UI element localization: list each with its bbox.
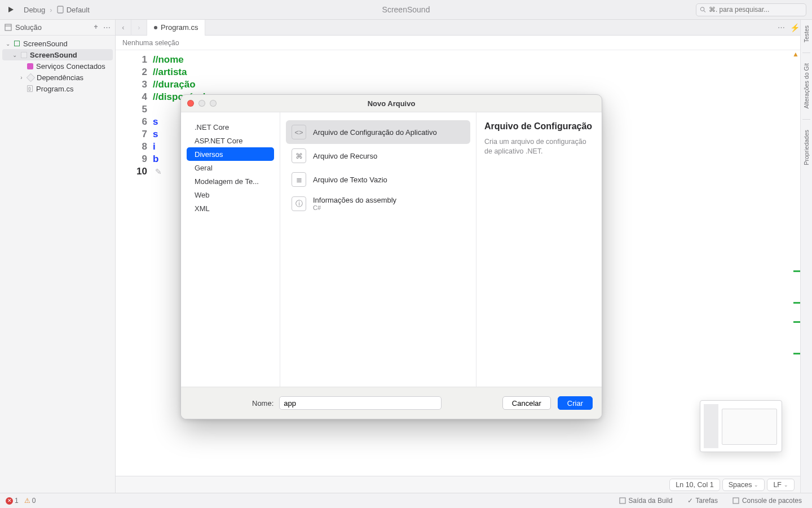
template-item-icon: ⓘ (292, 196, 306, 211)
panel-icon (5, 24, 12, 31)
template-item-sublabel: C# (313, 204, 396, 211)
tree-item-label: Dependências (37, 73, 83, 82)
solution-explorer: Solução ⋯ ⌄ ScreenSound ⌄ ScreenSound Se… (0, 20, 116, 493)
template-category-item[interactable]: ASP.NET Core (187, 134, 274, 147)
tree-item-label: Serviços Conectados (36, 62, 105, 71)
window-minimize-button[interactable] (198, 100, 205, 107)
eol-selector[interactable]: LF⌄ (767, 479, 795, 491)
template-detail: Arquivo de Configuração Cria um arquivo … (476, 112, 602, 387)
app-footer: ✕ 1 ⚠ 0 Saída da Build ✓ Tarefas Console… (0, 493, 812, 508)
svg-rect-0 (58, 6, 63, 13)
chevron-down-icon: ⌄ (784, 482, 788, 488)
template-category-list: .NET CoreASP.NET CoreDiversosGeralModela… (181, 112, 280, 387)
panel-package-console[interactable]: Console de pacotes (728, 497, 806, 505)
dialog-titlebar: Novo Arquivo (181, 95, 602, 112)
change-marker-icon (793, 321, 800, 323)
tree-solution-node[interactable]: ⌄ ScreenSound (0, 38, 115, 49)
panel-build-output[interactable]: Saída da Build (615, 497, 677, 505)
nav-forward-button[interactable]: › (131, 20, 147, 36)
dialog-title: Novo Arquivo (181, 99, 602, 108)
solution-icon (14, 41, 20, 46)
editor-statusbar: Ln 10, Col 1 Spaces⌄ LF⌄ (116, 476, 800, 493)
tree-item-program-cs[interactable]: Program.cs (0, 83, 115, 94)
tree-item-label: Program.cs (36, 85, 73, 93)
template-category-item[interactable]: Web (187, 188, 274, 202)
svg-point-1 (700, 7, 704, 11)
quick-actions-icon[interactable]: ⚡ (789, 23, 800, 32)
template-item[interactable]: <>Arquivo de Configuração do Aplicativo (286, 120, 470, 144)
new-file-dialog: Novo Arquivo .NET CoreASP.NET CoreDivers… (180, 94, 602, 419)
error-count[interactable]: ✕ 1 (6, 497, 19, 505)
tab-label: Program.cs (161, 23, 198, 32)
structure-minimap[interactable] (700, 400, 782, 452)
template-category-item[interactable]: XML (187, 202, 274, 215)
window-close-button[interactable] (187, 100, 194, 107)
template-detail-heading: Arquivo de Configuração (484, 121, 594, 132)
template-item[interactable]: ⓘInformações do assemblyC# (286, 191, 470, 216)
warning-icon: ⚠ (24, 497, 30, 505)
filename-label: Nome: (252, 399, 273, 408)
dialog-footer: Nome: Cancelar Criar (181, 387, 602, 419)
tab-program-cs[interactable]: Program.cs (147, 20, 205, 36)
template-item-icon: ≣ (292, 172, 306, 187)
template-item-label: Arquivo de Configuração do Aplicativo (313, 128, 437, 137)
svg-rect-6 (733, 498, 739, 503)
template-category-item[interactable]: Modelagem de Te... (187, 174, 274, 188)
tree-item-connected-services[interactable]: Serviços Conectados (0, 60, 115, 72)
warning-count[interactable]: ⚠ 0 (24, 497, 36, 505)
create-button[interactable]: Criar (558, 396, 593, 410)
tree-project-node[interactable]: ⌄ ScreenSound (2, 49, 113, 60)
line-gutter: 12345678910 (116, 50, 153, 476)
search-icon (700, 6, 706, 13)
right-rail: Testes Alterações do Git Propriedades (800, 20, 812, 493)
template-item[interactable]: ≣Arquivo de Texto Vazio (286, 168, 470, 191)
tree-solution-label: ScreenSound (23, 40, 68, 48)
caret-down-icon[interactable]: ⌄ (12, 52, 17, 58)
window-zoom-button[interactable] (210, 100, 217, 107)
run-config-label: Debug (24, 6, 45, 14)
nav-back-button[interactable]: ‹ (116, 20, 131, 36)
run-button[interactable] (6, 5, 16, 15)
template-item-label: Arquivo de Recurso (313, 152, 377, 160)
chevron-right-icon: › (50, 6, 52, 14)
dependencies-icon (26, 73, 35, 82)
rail-tab-tests[interactable]: Testes (803, 23, 810, 45)
template-category-item[interactable]: Diversos (187, 147, 274, 161)
template-item[interactable]: ⌘Arquivo de Recurso (286, 144, 470, 168)
rail-tab-properties[interactable]: Propriedades (803, 128, 810, 167)
sidebar-overflow-icon[interactable]: ⋯ (103, 23, 111, 32)
csharp-file-icon (27, 85, 33, 92)
cancel-button[interactable]: Cancelar (502, 396, 551, 410)
change-marker-icon (793, 270, 800, 272)
panel-tasks[interactable]: ✓ Tarefas (683, 497, 722, 505)
run-config-selector[interactable]: Debug › Default (24, 6, 90, 14)
tab-overflow-button[interactable]: ⋯ (773, 23, 789, 32)
connected-services-icon (27, 63, 33, 69)
template-category-item[interactable]: Geral (187, 161, 274, 174)
warning-marker-icon[interactable]: ▲ (792, 50, 799, 58)
tree-item-dependencies[interactable]: › Dependências (0, 72, 115, 83)
solution-tree: ⌄ ScreenSound ⌄ ScreenSound Serviços Con… (0, 36, 115, 97)
svg-line-2 (704, 11, 705, 12)
global-search-input[interactable] (709, 6, 802, 14)
chevron-down-icon: ⌄ (754, 482, 758, 488)
run-target-label: Default (67, 6, 90, 14)
caret-down-icon[interactable]: ⌄ (5, 41, 11, 47)
template-item-icon: ⌘ (292, 148, 306, 163)
template-category-item[interactable]: .NET Core (187, 120, 274, 134)
app-toolbar: Debug › Default ScreenSound (0, 0, 812, 20)
template-item-label: Arquivo de Texto Vazio (313, 176, 387, 184)
global-search[interactable] (696, 3, 806, 16)
template-list: <>Arquivo de Configuração do Aplicativo⌘… (280, 112, 476, 387)
template-item-icon: <> (292, 125, 306, 139)
run-target[interactable]: Default (57, 6, 90, 14)
rail-tab-git-changes[interactable]: Alterações do Git (803, 61, 810, 111)
pin-icon[interactable] (92, 24, 100, 32)
check-icon: ✓ (687, 497, 693, 505)
caret-right-icon[interactable]: › (19, 75, 24, 81)
cursor-position[interactable]: Ln 10, Col 1 (669, 479, 720, 491)
indent-selector[interactable]: Spaces⌄ (722, 479, 765, 491)
marker-strip: ▲ (791, 50, 800, 493)
code-breadcrumb[interactable]: Nenhuma seleção (116, 36, 800, 50)
filename-input[interactable] (279, 396, 442, 410)
